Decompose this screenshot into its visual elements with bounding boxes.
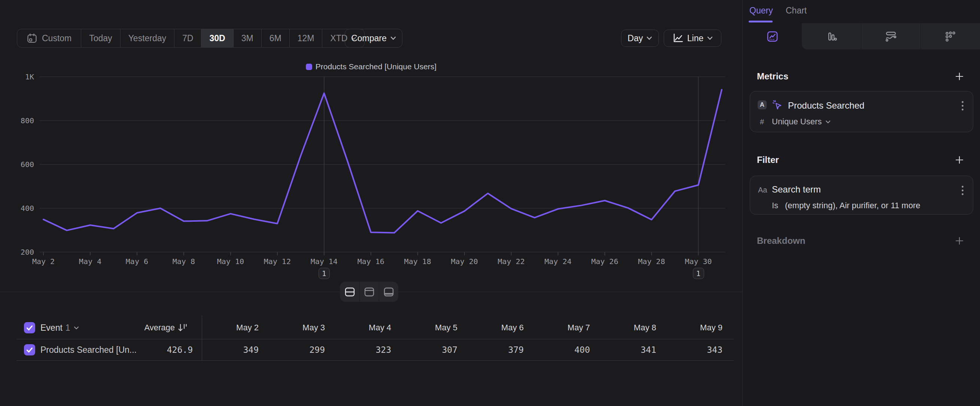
- row-average-value: 426.9: [167, 345, 193, 355]
- metric-letter-badge: A: [758, 100, 767, 109]
- filter-property-name: Search term: [772, 184, 821, 195]
- x-tick-label: May 12: [264, 257, 291, 266]
- metric-name: Products Searched: [788, 100, 864, 111]
- chevron-down-icon[interactable]: [74, 326, 79, 330]
- row-label: Products Searched [Un...: [40, 345, 137, 355]
- date-column-header[interactable]: May 5: [401, 323, 467, 333]
- tab-flows[interactable]: [921, 23, 980, 49]
- annotation-badge[interactable]: 1: [693, 268, 704, 279]
- table-header-left: Event 1 Average: [16, 317, 202, 339]
- split-view-button[interactable]: [340, 282, 360, 302]
- tab-insights[interactable]: [743, 23, 802, 49]
- insights-icon: [767, 31, 778, 42]
- event-column-label: Event: [40, 323, 62, 333]
- tab-chart[interactable]: Chart: [786, 6, 807, 16]
- results-table: Event 1 Average May 2May 3May 4May 5May …: [16, 317, 734, 361]
- annotation-badge[interactable]: 1: [318, 268, 330, 279]
- value-cell: 400: [533, 345, 600, 355]
- y-tick-label: 400: [21, 204, 34, 213]
- event-count: 1: [65, 323, 70, 333]
- x-tick-label: May 8: [173, 257, 195, 266]
- main-area: CustomTodayYesterday7D30D3M6M12MXTD Comp…: [0, 0, 742, 406]
- filter-value: (empty string), Air purifier, or 11 more: [785, 201, 921, 210]
- tab-funnels[interactable]: [802, 23, 861, 49]
- x-tick-label: May 28: [638, 257, 665, 266]
- hash-icon: #: [760, 118, 772, 126]
- metrics-section-header: Metrics: [757, 71, 964, 82]
- chevron-down-icon: [826, 120, 830, 124]
- y-tick-label: 1K: [25, 72, 34, 81]
- report-type-tabs: [743, 23, 980, 49]
- line-chart: 1K800600400200May 2May 4May 6May 8May 10…: [0, 0, 742, 285]
- value-cell: 379: [467, 345, 533, 355]
- x-tick-label: May 20: [451, 257, 478, 266]
- filter-title: Filter: [757, 155, 779, 165]
- filter-condition-row[interactable]: Is (empty string), Air purifier, or 11 m…: [772, 201, 921, 210]
- x-tick-label: May 10: [217, 257, 244, 266]
- value-cell: 299: [268, 345, 335, 355]
- flows-icon: [945, 31, 956, 42]
- chart-line: [43, 90, 722, 233]
- x-tick-label: May 24: [544, 257, 571, 266]
- breakdown-section-header: Breakdown: [757, 236, 964, 246]
- x-tick-label: May 16: [358, 257, 385, 266]
- kebab-menu-icon[interactable]: [961, 185, 964, 196]
- kebab-menu-icon[interactable]: [961, 101, 964, 111]
- date-column-header[interactable]: May 6: [467, 323, 533, 333]
- x-tick-label: May 30: [685, 257, 712, 266]
- tab-retention[interactable]: [861, 23, 921, 49]
- x-tick-label: May 4: [79, 257, 102, 266]
- sort-descending-icon[interactable]: [178, 323, 187, 333]
- chart-only-button[interactable]: [360, 282, 379, 302]
- insights-report-page: CustomTodayYesterday7D30D3M6M12MXTD Comp…: [0, 0, 980, 406]
- active-tab-indicator: [749, 21, 773, 22]
- filter-section-header: Filter: [757, 155, 964, 165]
- event-spark-icon: [772, 100, 782, 110]
- x-tick-label: May 26: [591, 257, 618, 266]
- table-row-left: Products Searched [Un... 426.9: [16, 339, 202, 360]
- aggregation-label: Unique Users: [772, 117, 822, 127]
- table-column-divider: [202, 315, 202, 361]
- y-tick-label: 200: [21, 248, 34, 256]
- y-tick-label: 800: [21, 116, 34, 125]
- add-breakdown-icon[interactable]: [955, 237, 964, 245]
- funnels-icon: [826, 31, 837, 42]
- x-tick-label: May 14: [311, 257, 338, 266]
- y-tick-label: 600: [21, 160, 34, 169]
- x-tick-label: May 2: [32, 257, 55, 266]
- value-cell: 343: [666, 345, 732, 355]
- date-column-header[interactable]: May 3: [268, 323, 335, 333]
- query-sidebar: Query Chart: [742, 0, 980, 406]
- average-column-label[interactable]: Average: [144, 323, 175, 333]
- tab-query[interactable]: Query: [749, 6, 773, 16]
- date-column-header[interactable]: May 4: [335, 323, 401, 333]
- date-column-header[interactable]: May 7: [533, 323, 600, 333]
- value-cell: 323: [335, 345, 401, 355]
- retention-icon: [885, 30, 897, 42]
- row-checkbox[interactable]: [24, 344, 35, 355]
- x-tick-label: May 6: [126, 257, 148, 266]
- table-data-row: Products Searched [Un... 426.9 349299323…: [16, 339, 734, 361]
- add-filter-icon[interactable]: [955, 156, 964, 164]
- x-tick-label: May 22: [498, 257, 525, 266]
- value-cell: 341: [600, 345, 666, 355]
- table-only-button[interactable]: [379, 282, 398, 302]
- table-header-row: Event 1 Average May 2May 3May 4May 5May …: [16, 317, 734, 339]
- filter-card[interactable]: Aa Search term Is (empty string), Air pu…: [750, 176, 973, 215]
- date-column-header[interactable]: May 8: [600, 323, 666, 333]
- select-all-checkbox[interactable]: [24, 322, 35, 333]
- metrics-title: Metrics: [757, 71, 788, 82]
- date-column-header[interactable]: May 2: [202, 323, 268, 333]
- aggregation-row[interactable]: # Unique Users: [760, 117, 830, 127]
- sidebar-tabs: Query Chart: [743, 0, 980, 23]
- metric-card[interactable]: A Products Searched # Unique Users: [750, 91, 973, 132]
- date-column-header[interactable]: May 9: [666, 323, 732, 333]
- value-cell: 349: [202, 345, 268, 355]
- view-layout-toggle: [340, 282, 398, 302]
- add-metric-icon[interactable]: [955, 72, 964, 81]
- filter-operator: Is: [772, 201, 785, 210]
- breakdown-title: Breakdown: [757, 236, 805, 246]
- x-tick-label: May 18: [404, 257, 431, 266]
- string-type-icon: Aa: [758, 186, 767, 194]
- value-cell: 307: [401, 345, 467, 355]
